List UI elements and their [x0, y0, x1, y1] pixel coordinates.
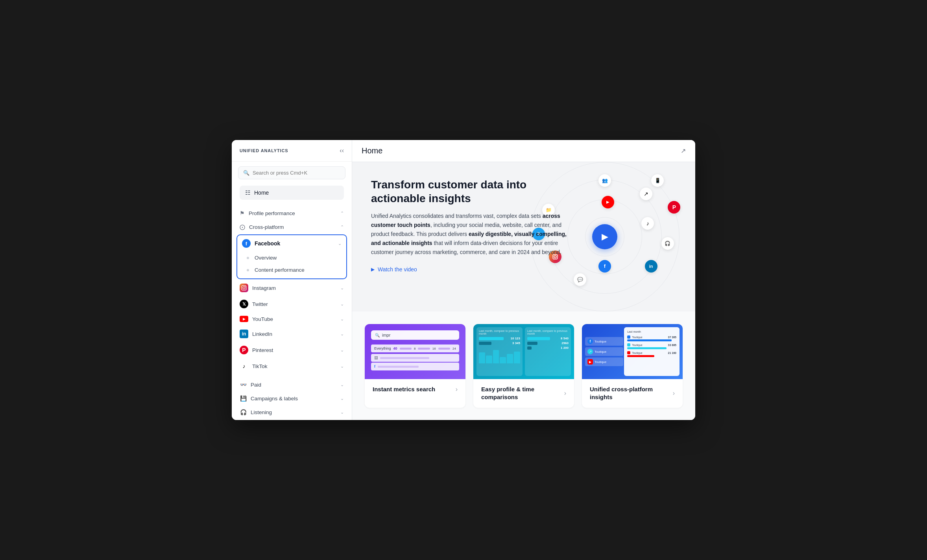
facebook-icon: f	[242, 239, 251, 248]
orbital-tiktok-icon: ♪	[641, 217, 654, 230]
watch-video-label: Watch the video	[378, 266, 417, 273]
sidebar-item-twitter[interactable]: 𝕏 Twitter ⌄	[235, 296, 349, 312]
orbital-facebook-icon: f	[598, 260, 611, 273]
hero-heading: Transform customer data into actionable …	[371, 178, 576, 205]
hero-body: Unified Analytics consolidates and trans…	[371, 212, 576, 257]
chevron-pinterest: ⌄	[340, 348, 344, 353]
chevron-down-icon-2: ⌃	[340, 225, 344, 230]
feature-thumb-purple: 🔍 impr Everything 40 8 16 24 🖼	[365, 324, 465, 379]
main-topbar: Home ↗	[352, 140, 695, 162]
app-window: UNIFIED ANALYTICS ‹‹ 🔍 ☷ Home ⚑ Profile …	[232, 140, 695, 420]
main-content: Home ↗ Transform customer data into acti…	[352, 140, 695, 420]
features-section: 🔍 impr Everything 40 8 16 24 🖼	[352, 311, 695, 417]
feature-card-instant-search[interactable]: 🔍 impr Everything 40 8 16 24 🖼	[365, 324, 465, 408]
mock-cp-row-2: Toutique 33 885	[627, 343, 676, 349]
sidebar-search-container: 🔍	[238, 166, 345, 179]
arrow-icon-3: ›	[673, 390, 675, 397]
svg-point-1	[243, 287, 245, 289]
search-icon: 🔍	[243, 170, 249, 176]
svg-rect-0	[242, 286, 246, 290]
pinterest-label: Pinterest	[252, 347, 273, 353]
orbital-youtube-icon: ▶	[602, 196, 614, 208]
chevron-linkedin: ⌄	[340, 332, 344, 337]
listening-label: Listening	[251, 409, 272, 415]
chevron-twitter: ⌄	[340, 302, 344, 307]
listening-icon: 🎧	[240, 409, 247, 415]
sidebar-item-facebook[interactable]: f Facebook ⌄	[238, 236, 345, 251]
twitter-icon: 𝕏	[240, 300, 248, 308]
orbital-linkedin-icon: in	[645, 260, 657, 273]
facebook-label: Facebook	[255, 240, 280, 247]
tiktok-label: TikTok	[252, 363, 268, 369]
sidebar-item-tiktok[interactable]: ♪ TikTok ⌄	[235, 358, 349, 374]
nav-main-section: ⚑ Profile performance ⌃ ⨀ Cross-platform…	[232, 206, 352, 374]
sidebar-item-care[interactable]: ♡ Care ⌄	[235, 419, 349, 420]
chevron-paid: ⌄	[340, 382, 344, 387]
facebook-sub-items: Overview Content performance	[238, 251, 345, 278]
facebook-content-label: Content performance	[255, 267, 305, 273]
play-icon: ▶	[371, 267, 375, 272]
profile-performance-label: Profile performance	[249, 210, 295, 216]
sidebar-item-cross-platform[interactable]: ⨀ Cross-platform ⌃	[235, 220, 349, 234]
instagram-icon	[240, 284, 248, 292]
sidebar-item-youtube[interactable]: ▶ YouTube ⌄	[235, 312, 349, 326]
mock-cp-logos: f Toutique ↗ Toutique ▶ Toutique	[585, 327, 623, 376]
facebook-overview-label: Overview	[255, 255, 277, 261]
orbital-headphones-icon: 🎧	[661, 237, 674, 250]
home-label: Home	[254, 190, 269, 196]
svg-point-2	[245, 286, 246, 287]
orbital-share-icon: ↗	[640, 188, 652, 200]
feature-card-cross-platform[interactable]: Last month Toutique 37 365	[582, 324, 683, 408]
hero-text: Transform customer data into actionable …	[371, 178, 576, 273]
mock-row-everything: Everything 40 8 16 24	[371, 344, 459, 352]
dot-icon	[247, 257, 249, 259]
page-title: Home	[362, 146, 382, 155]
sidebar-item-home[interactable]: ☷ Home	[240, 186, 344, 200]
youtube-icon: ▶	[240, 316, 248, 322]
sidebar-item-paid[interactable]: 👓 Paid ⌄	[235, 378, 349, 391]
search-input[interactable]	[253, 170, 340, 176]
sidebar-item-facebook-overview[interactable]: Overview	[238, 252, 345, 264]
sidebar-item-facebook-content[interactable]: Content performance	[238, 264, 345, 276]
expand-icon[interactable]: ↗	[681, 147, 686, 155]
feature-thumb-teal: Last month, compare to previous month 10…	[473, 324, 574, 379]
instagram-label: Instagram	[252, 285, 276, 291]
watch-video-link[interactable]: ▶ Watch the video	[371, 266, 576, 273]
sidebar-item-profile-performance[interactable]: ⚑ Profile performance ⌃	[235, 206, 349, 220]
orbital-mobile-icon: 📱	[651, 174, 664, 187]
mock-row-fb: f	[371, 363, 459, 370]
feature-title-1: Instant metrics search	[373, 385, 435, 393]
mock-search-text: impr	[382, 333, 390, 337]
hero-section: Transform customer data into actionable …	[352, 162, 695, 311]
sidebar-item-pinterest[interactable]: P Pinterest ⌄	[235, 342, 349, 358]
chevron-tiktok: ⌄	[340, 364, 344, 369]
pinterest-icon: P	[240, 346, 248, 354]
twitter-label: Twitter	[252, 301, 268, 307]
play-center-button[interactable]: ▶	[592, 224, 617, 249]
campaigns-icon: 💾	[240, 395, 247, 402]
nav-home-section: ☷ Home	[232, 184, 352, 203]
sidebar-item-listening[interactable]: 🎧 Listening ⌄	[235, 405, 349, 419]
chevron-campaigns: ⌄	[340, 396, 344, 401]
mock-cp-row-1: Toutique 37 365	[627, 335, 676, 341]
orbital-chat-icon: 💬	[574, 273, 586, 286]
feature-card-body-1: Instant metrics search ›	[365, 379, 465, 400]
collapse-icon: ‹‹	[340, 147, 344, 154]
app-title: UNIFIED ANALYTICS	[240, 148, 288, 153]
sidebar-collapse-button[interactable]: ‹‹	[340, 147, 344, 154]
youtube-label: YouTube	[252, 316, 273, 322]
sidebar-item-campaigns[interactable]: 💾 Campaigns & labels ⌄	[235, 392, 349, 405]
mock-search-bar: 🔍 impr	[371, 330, 459, 340]
home-icon: ☷	[245, 189, 250, 196]
paid-icon: 👓	[240, 381, 247, 388]
cross-platform-label: Cross-platform	[249, 224, 284, 230]
sidebar-item-linkedin[interactable]: in LinkedIn ⌄	[235, 326, 349, 342]
linkedin-icon: in	[240, 330, 248, 338]
mock-cross-platform-data: Last month Toutique 37 365	[624, 327, 680, 376]
sidebar-header: UNIFIED ANALYTICS ‹‹	[232, 140, 352, 162]
tiktok-icon: ♪	[240, 362, 248, 370]
grid-icon: ⨀	[240, 224, 245, 230]
chevron-instagram: ⌄	[340, 286, 344, 291]
feature-card-profile-time[interactable]: Last month, compare to previous month 10…	[473, 324, 574, 408]
sidebar-item-instagram[interactable]: Instagram ⌄	[235, 280, 349, 296]
